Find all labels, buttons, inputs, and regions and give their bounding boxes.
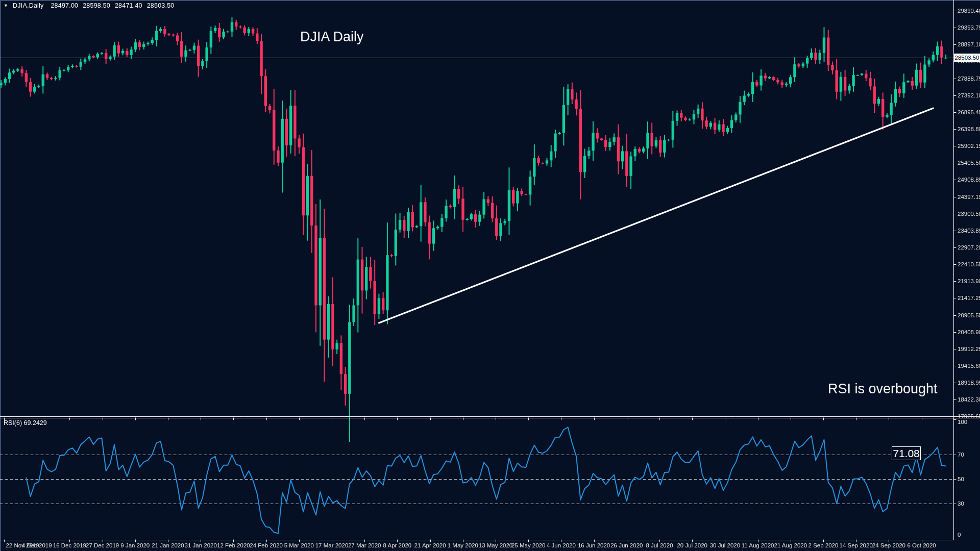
rsi-axis-label: 50 xyxy=(958,475,964,483)
rsi-value-annotation[interactable]: 71.08 xyxy=(892,446,921,460)
rsi-axis-label: 100 xyxy=(958,418,967,425)
symbol-collapse-icon[interactable]: ▼ xyxy=(4,3,8,9)
price-axis-label: 22907.20 xyxy=(958,244,980,251)
price-axis-label: 23900.50 xyxy=(958,210,980,217)
symbol-quote-bar: ▼ DJIA,Daily 28497.00 28598.50 28471.40 … xyxy=(4,2,179,9)
price-axis-label: 27888.75 xyxy=(958,75,980,82)
rsi-axis-label: 30 xyxy=(958,500,964,507)
quote-low: 28471.40 xyxy=(115,2,142,9)
price-axis-label: 26895.45 xyxy=(958,109,980,116)
price-axis-label: 21417.25 xyxy=(958,294,980,302)
price-axis-label: 20905.55 xyxy=(958,312,980,319)
price-axis-label: 27392.10 xyxy=(958,92,980,99)
price-axis-label: 19912.25 xyxy=(958,345,980,353)
quote-high: 28598.50 xyxy=(83,2,110,9)
price-axis-label: 22410.55 xyxy=(958,261,980,268)
time-axis-label: 6 Oct 2020 xyxy=(900,542,943,549)
quote-open: 28497.00 xyxy=(51,2,78,9)
quote-close: 28503.50 xyxy=(147,2,175,9)
price-axis-label: 19415.60 xyxy=(958,362,980,369)
chart-title-annotation[interactable]: DJIA Daily xyxy=(300,29,364,44)
rsi-axis-label: 70 xyxy=(958,451,964,458)
price-axis-label: 28897.10 xyxy=(958,41,980,48)
price-axis-label: 29393.75 xyxy=(958,24,980,31)
rsi-indicator-title: RSI(6) 69.2429 xyxy=(4,419,47,427)
rsi-note-annotation[interactable]: RSI is overbought xyxy=(828,381,938,396)
price-axis-label: 21913.90 xyxy=(958,278,980,285)
price-axis-label: 20408.90 xyxy=(958,329,980,336)
chart-window: ▼ DJIA,Daily 28497.00 28598.50 28471.40 … xyxy=(0,0,980,551)
price-axis-label: 23403.85 xyxy=(958,227,980,234)
candlestick-chart-canvas[interactable] xyxy=(0,0,980,551)
price-axis-label: 18422.30 xyxy=(958,396,980,403)
price-axis-label: 18918.95 xyxy=(958,379,980,386)
price-axis-label: 26398.80 xyxy=(958,126,980,133)
symbol-name: DJIA,Daily xyxy=(13,2,43,9)
price-axis-label: 25902.15 xyxy=(958,142,980,149)
rsi-axis-label: 0 xyxy=(958,531,961,538)
current-price-tag: 28503.50 xyxy=(954,54,980,62)
price-axis-label: 29890.40 xyxy=(958,7,980,14)
price-axis-label: 24397.15 xyxy=(958,193,980,201)
price-axis-label: 25405.50 xyxy=(958,159,980,166)
price-axis-label: 24908.85 xyxy=(958,176,980,183)
